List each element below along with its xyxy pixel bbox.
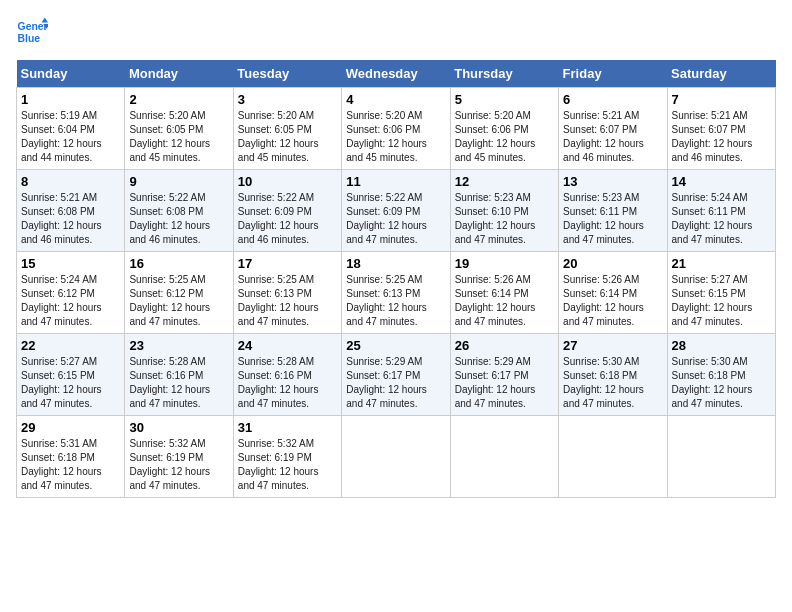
day-number: 16 [129, 256, 228, 271]
col-header-sunday: Sunday [17, 60, 125, 88]
daylight-minutes: and 47 minutes. [21, 398, 92, 409]
daylight-label: Daylight: 12 hours [455, 138, 536, 149]
sunrise-label: Sunrise: [672, 274, 711, 285]
day-number: 4 [346, 92, 445, 107]
sunrise-label: Sunrise: [238, 192, 277, 203]
daylight-minutes: and 47 minutes. [672, 234, 743, 245]
daylight-label: Daylight: 12 hours [21, 138, 102, 149]
sunset-label: Sunset: [129, 452, 166, 463]
day-number: 12 [455, 174, 554, 189]
sunset-label: Sunset: [21, 124, 58, 135]
daylight-label: Daylight: 12 hours [238, 220, 319, 231]
sunset-label: Sunset: [455, 288, 492, 299]
day-cell: 8 Sunrise: 5:21 AM Sunset: 6:08 PM Dayli… [17, 170, 125, 252]
sunrise-label: Sunrise: [672, 356, 711, 367]
day-info: Sunrise: 5:27 AM Sunset: 6:15 PM Dayligh… [672, 273, 771, 329]
day-number: 7 [672, 92, 771, 107]
sunset-label: Sunset: [129, 124, 166, 135]
day-info: Sunrise: 5:22 AM Sunset: 6:09 PM Dayligh… [346, 191, 445, 247]
week-row-2: 8 Sunrise: 5:21 AM Sunset: 6:08 PM Dayli… [17, 170, 776, 252]
sunrise-value: 5:22 AM [277, 192, 314, 203]
sunrise-label: Sunrise: [563, 274, 602, 285]
sunrise-label: Sunrise: [455, 356, 494, 367]
sunset-label: Sunset: [346, 370, 383, 381]
sunrise-value: 5:29 AM [386, 356, 423, 367]
day-number: 30 [129, 420, 228, 435]
sunset-value: 6:11 PM [708, 206, 745, 217]
day-info: Sunrise: 5:24 AM Sunset: 6:12 PM Dayligh… [21, 273, 120, 329]
day-cell: 14 Sunrise: 5:24 AM Sunset: 6:11 PM Dayl… [667, 170, 775, 252]
sunset-value: 6:12 PM [58, 288, 95, 299]
sunset-value: 6:18 PM [600, 370, 637, 381]
sunrise-label: Sunrise: [129, 356, 168, 367]
sunrise-value: 5:28 AM [169, 356, 206, 367]
daylight-label: Daylight: 12 hours [129, 302, 210, 313]
sunrise-label: Sunrise: [455, 274, 494, 285]
day-info: Sunrise: 5:30 AM Sunset: 6:18 PM Dayligh… [563, 355, 662, 411]
sunrise-value: 5:30 AM [603, 356, 640, 367]
day-info: Sunrise: 5:20 AM Sunset: 6:05 PM Dayligh… [129, 109, 228, 165]
daylight-label: Daylight: 12 hours [346, 302, 427, 313]
sunset-label: Sunset: [563, 370, 600, 381]
sunset-label: Sunset: [346, 206, 383, 217]
day-info: Sunrise: 5:22 AM Sunset: 6:08 PM Dayligh… [129, 191, 228, 247]
sunrise-value: 5:32 AM [169, 438, 206, 449]
daylight-minutes: and 46 minutes. [238, 234, 309, 245]
sunrise-value: 5:23 AM [494, 192, 531, 203]
daylight-label: Daylight: 12 hours [238, 384, 319, 395]
day-info: Sunrise: 5:30 AM Sunset: 6:18 PM Dayligh… [672, 355, 771, 411]
sunset-value: 6:15 PM [58, 370, 95, 381]
daylight-minutes: and 45 minutes. [455, 152, 526, 163]
day-info: Sunrise: 5:28 AM Sunset: 6:16 PM Dayligh… [129, 355, 228, 411]
sunset-label: Sunset: [672, 288, 709, 299]
daylight-minutes: and 46 minutes. [21, 234, 92, 245]
col-header-thursday: Thursday [450, 60, 558, 88]
daylight-minutes: and 47 minutes. [672, 398, 743, 409]
sunrise-value: 5:20 AM [277, 110, 314, 121]
day-cell: 22 Sunrise: 5:27 AM Sunset: 6:15 PM Dayl… [17, 334, 125, 416]
daylight-minutes: and 47 minutes. [21, 316, 92, 327]
daylight-label: Daylight: 12 hours [455, 220, 536, 231]
sunset-value: 6:13 PM [383, 288, 420, 299]
calendar-table: SundayMondayTuesdayWednesdayThursdayFrid… [16, 60, 776, 498]
sunrise-value: 5:21 AM [711, 110, 748, 121]
day-cell: 9 Sunrise: 5:22 AM Sunset: 6:08 PM Dayli… [125, 170, 233, 252]
day-cell [667, 416, 775, 498]
day-info: Sunrise: 5:23 AM Sunset: 6:11 PM Dayligh… [563, 191, 662, 247]
svg-marker-2 [42, 18, 48, 23]
daylight-minutes: and 47 minutes. [563, 398, 634, 409]
day-number: 21 [672, 256, 771, 271]
daylight-label: Daylight: 12 hours [455, 302, 536, 313]
day-number: 8 [21, 174, 120, 189]
daylight-minutes: and 47 minutes. [346, 316, 417, 327]
sunset-value: 6:07 PM [708, 124, 745, 135]
sunset-value: 6:04 PM [58, 124, 95, 135]
sunrise-label: Sunrise: [21, 192, 60, 203]
header-row: SundayMondayTuesdayWednesdayThursdayFrid… [17, 60, 776, 88]
day-info: Sunrise: 5:20 AM Sunset: 6:05 PM Dayligh… [238, 109, 337, 165]
sunset-label: Sunset: [346, 288, 383, 299]
day-number: 22 [21, 338, 120, 353]
daylight-label: Daylight: 12 hours [563, 384, 644, 395]
sunset-value: 6:10 PM [491, 206, 528, 217]
day-cell: 16 Sunrise: 5:25 AM Sunset: 6:12 PM Dayl… [125, 252, 233, 334]
day-cell: 2 Sunrise: 5:20 AM Sunset: 6:05 PM Dayli… [125, 88, 233, 170]
sunset-value: 6:19 PM [166, 452, 203, 463]
sunrise-value: 5:26 AM [603, 274, 640, 285]
day-number: 28 [672, 338, 771, 353]
sunset-label: Sunset: [21, 452, 58, 463]
daylight-label: Daylight: 12 hours [21, 220, 102, 231]
daylight-label: Daylight: 12 hours [129, 466, 210, 477]
day-cell: 23 Sunrise: 5:28 AM Sunset: 6:16 PM Dayl… [125, 334, 233, 416]
day-number: 15 [21, 256, 120, 271]
day-cell: 7 Sunrise: 5:21 AM Sunset: 6:07 PM Dayli… [667, 88, 775, 170]
daylight-label: Daylight: 12 hours [238, 466, 319, 477]
daylight-minutes: and 44 minutes. [21, 152, 92, 163]
day-cell: 18 Sunrise: 5:25 AM Sunset: 6:13 PM Dayl… [342, 252, 450, 334]
sunrise-label: Sunrise: [346, 274, 385, 285]
sunset-label: Sunset: [346, 124, 383, 135]
day-number: 23 [129, 338, 228, 353]
day-cell: 5 Sunrise: 5:20 AM Sunset: 6:06 PM Dayli… [450, 88, 558, 170]
day-number: 3 [238, 92, 337, 107]
day-cell: 26 Sunrise: 5:29 AM Sunset: 6:17 PM Dayl… [450, 334, 558, 416]
